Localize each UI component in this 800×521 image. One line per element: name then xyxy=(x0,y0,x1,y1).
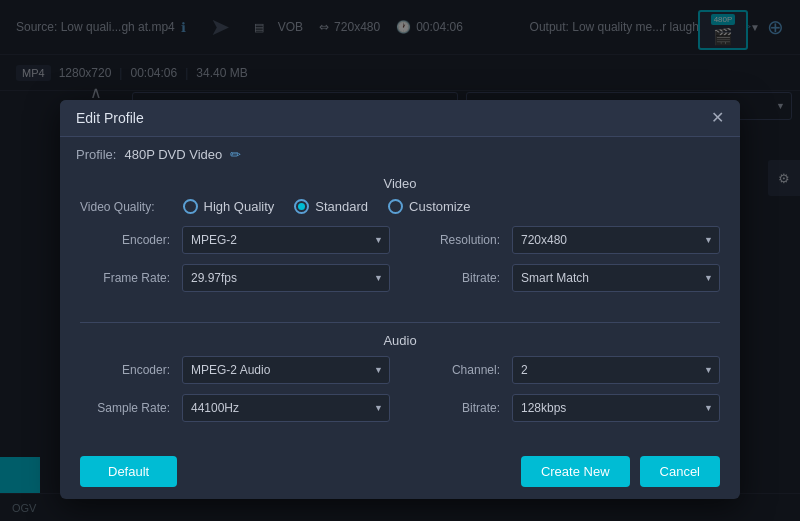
quality-customize-radio[interactable]: Customize xyxy=(388,199,470,214)
create-new-button[interactable]: Create New xyxy=(521,456,630,487)
quality-radio-group: Video Quality: High Quality Standard Cus… xyxy=(80,199,720,214)
video-bitrate-select[interactable]: Smart Match 1000kbps 2000kbps xyxy=(512,264,720,292)
audio-bitrate-select[interactable]: 128kbps 192kbps 256kbps xyxy=(512,394,720,422)
audio-bitrate-label: Bitrate: xyxy=(410,401,500,415)
quality-standard-circle xyxy=(294,199,309,214)
edit-profile-modal: Edit Profile ✕ Profile: 480P DVD Video ✏… xyxy=(60,100,740,499)
framerate-field: Frame Rate: 29.97fps 25fps 30fps xyxy=(80,264,390,292)
audio-encoder-select-wrapper: MPEG-2 Audio AAC MP3 xyxy=(182,356,390,384)
samplerate-select[interactable]: 44100Hz 22050Hz 48000Hz xyxy=(182,394,390,422)
quality-high-label: High Quality xyxy=(204,199,275,214)
default-button[interactable]: Default xyxy=(80,456,177,487)
quality-standard-radio[interactable]: Standard xyxy=(294,199,368,214)
audio-encoder-select[interactable]: MPEG-2 Audio AAC MP3 xyxy=(182,356,390,384)
quality-customize-circle xyxy=(388,199,403,214)
video-section: Video Video Quality: High Quality Standa… xyxy=(60,172,740,314)
cancel-button[interactable]: Cancel xyxy=(640,456,720,487)
modal-header: Edit Profile ✕ xyxy=(60,100,740,137)
modal-title: Edit Profile xyxy=(76,110,144,126)
channel-select[interactable]: 2 1 6 xyxy=(512,356,720,384)
framerate-select[interactable]: 29.97fps 25fps 30fps xyxy=(182,264,390,292)
encoder-label: Encoder: xyxy=(80,233,170,247)
audio-bitrate-field: Bitrate: 128kbps 192kbps 256kbps xyxy=(410,394,720,422)
channel-select-wrapper: 2 1 6 xyxy=(512,356,720,384)
audio-encoder-label: Encoder: xyxy=(80,363,170,377)
audio-fields-grid: Encoder: MPEG-2 Audio AAC MP3 Channel: 2… xyxy=(80,356,720,432)
modal-footer: Default Create New Cancel xyxy=(60,444,740,499)
profile-prefix: Profile: xyxy=(76,147,116,162)
audio-section: Audio Encoder: MPEG-2 Audio AAC MP3 Chan… xyxy=(60,322,740,444)
resolution-label: Resolution: xyxy=(410,233,500,247)
video-fields-grid: Encoder: MPEG-2 MPEG-4 H.264 Resolution:… xyxy=(80,226,720,302)
samplerate-field: Sample Rate: 44100Hz 22050Hz 48000Hz xyxy=(80,394,390,422)
video-bitrate-label: Bitrate: xyxy=(410,271,500,285)
section-divider xyxy=(80,322,720,323)
audio-section-label: Audio xyxy=(80,329,720,356)
video-quality-label: Video Quality: xyxy=(80,200,155,214)
profile-name: 480P DVD Video xyxy=(124,147,222,162)
framerate-label: Frame Rate: xyxy=(80,271,170,285)
samplerate-label: Sample Rate: xyxy=(80,401,170,415)
quality-standard-label: Standard xyxy=(315,199,368,214)
framerate-select-wrapper: 29.97fps 25fps 30fps xyxy=(182,264,390,292)
encoder-select[interactable]: MPEG-2 MPEG-4 H.264 xyxy=(182,226,390,254)
quality-high-circle xyxy=(183,199,198,214)
profile-edit-icon[interactable]: ✏ xyxy=(230,147,241,162)
modal-close-button[interactable]: ✕ xyxy=(711,110,724,126)
quality-customize-label: Customize xyxy=(409,199,470,214)
profile-row: Profile: 480P DVD Video ✏ xyxy=(60,137,740,172)
audio-bitrate-select-wrapper: 128kbps 192kbps 256kbps xyxy=(512,394,720,422)
video-section-label: Video xyxy=(80,172,720,199)
resolution-select-wrapper: 720x480 1280x720 1920x1080 xyxy=(512,226,720,254)
footer-right-buttons: Create New Cancel xyxy=(521,456,720,487)
samplerate-select-wrapper: 44100Hz 22050Hz 48000Hz xyxy=(182,394,390,422)
encoder-select-wrapper: MPEG-2 MPEG-4 H.264 xyxy=(182,226,390,254)
video-bitrate-field: Bitrate: Smart Match 1000kbps 2000kbps xyxy=(410,264,720,292)
encoder-field: Encoder: MPEG-2 MPEG-4 H.264 xyxy=(80,226,390,254)
video-bitrate-select-wrapper: Smart Match 1000kbps 2000kbps xyxy=(512,264,720,292)
audio-encoder-field: Encoder: MPEG-2 Audio AAC MP3 xyxy=(80,356,390,384)
quality-high-radio[interactable]: High Quality xyxy=(183,199,275,214)
channel-label: Channel: xyxy=(410,363,500,377)
resolution-select[interactable]: 720x480 1280x720 1920x1080 xyxy=(512,226,720,254)
resolution-field: Resolution: 720x480 1280x720 1920x1080 xyxy=(410,226,720,254)
channel-field: Channel: 2 1 6 xyxy=(410,356,720,384)
